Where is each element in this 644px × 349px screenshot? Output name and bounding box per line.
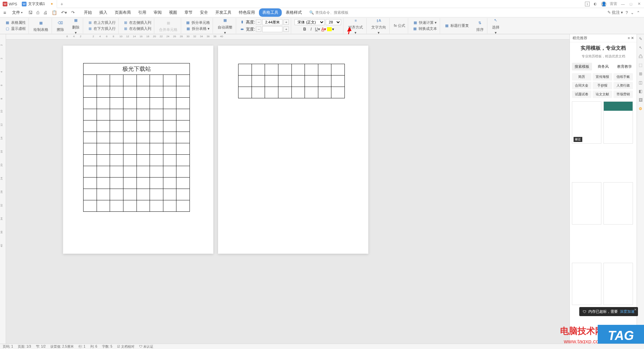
width-input[interactable] xyxy=(262,26,282,32)
min-ribbon-icon[interactable]: ⌄ xyxy=(631,10,634,15)
tab-insert[interactable]: 插入 xyxy=(96,8,111,17)
print-icon[interactable]: 🖨 xyxy=(42,9,49,16)
height-input[interactable] xyxy=(262,19,282,25)
width-label: 宽度: xyxy=(246,27,255,32)
user-avatar[interactable]: 👤 xyxy=(601,1,606,7)
ribbon-tabs: 开始 插入 页面布局 引用 审阅 视图 章节 安全 开发工具 特色应用 表格工具… xyxy=(80,8,305,17)
bold-button[interactable]: B xyxy=(302,26,308,32)
doc-icon: W xyxy=(22,2,26,6)
width-inc[interactable]: + xyxy=(283,27,289,32)
tab-table-tools[interactable]: 表格工具 xyxy=(259,8,282,17)
merge-cells-button[interactable]: ▦合并单元格 xyxy=(158,19,179,32)
print-preview-icon[interactable]: ⎙ xyxy=(35,9,41,16)
insert-col-left[interactable]: ⊞在左侧插入列 xyxy=(122,20,152,26)
split-table-button[interactable]: ▦拆分表格 ▾ xyxy=(185,26,210,32)
sort-button[interactable]: ⇅排序 xyxy=(475,19,485,32)
tab-start[interactable]: 开始 xyxy=(80,8,95,17)
paste-icon[interactable]: 📋 xyxy=(50,9,59,16)
align-button[interactable]: ≡对齐方式▾ xyxy=(347,17,364,35)
document-tab[interactable]: W 文字文稿1 xyxy=(20,0,57,8)
tab-dev[interactable]: 开发工具 xyxy=(212,8,235,17)
italic-button[interactable]: I xyxy=(308,26,314,32)
skin-icon[interactable]: ◐ xyxy=(593,2,598,6)
table-props-button[interactable]: ▦表格属性 xyxy=(4,20,26,26)
underline-button[interactable]: U▾ xyxy=(314,26,320,32)
undo-icon[interactable]: ↶▾ xyxy=(59,9,69,16)
text-dir-button[interactable]: ⫿A文字方向▾ xyxy=(370,17,387,35)
svg-text:W: W xyxy=(4,2,7,6)
expand-icon[interactable]: ⌃ xyxy=(637,10,640,15)
erase-button[interactable]: ⌫擦除 xyxy=(55,19,65,32)
select-button[interactable]: ↖选择▾ xyxy=(491,17,501,35)
tab-special[interactable]: 特色应用 xyxy=(235,8,258,17)
search-icon: 🔍 xyxy=(309,10,314,15)
tab-review[interactable]: 审阅 xyxy=(150,8,165,17)
to-text-button[interactable]: ▦转换成文本 xyxy=(412,26,438,32)
command-search[interactable]: 🔍 查找命令、搜索模板 xyxy=(309,10,348,15)
file-menu[interactable]: 文件 ▾ xyxy=(9,9,26,16)
tab-section[interactable]: 章节 xyxy=(181,8,196,17)
tab-security[interactable]: 安全 xyxy=(197,8,211,17)
redo-icon[interactable]: ↷ xyxy=(69,9,76,16)
row-height-icon: ⬍ xyxy=(239,19,245,25)
show-frame-button[interactable]: ▢显示虚框 xyxy=(4,26,26,32)
insert-row-above[interactable]: ⊞在上方插入行 xyxy=(87,20,116,26)
maximize-button[interactable]: □ xyxy=(629,2,633,6)
new-tab-button[interactable]: + xyxy=(57,1,66,7)
draw-table-button[interactable]: ▦绘制表格 xyxy=(32,19,50,32)
col-width-icon: ⬌ xyxy=(239,27,245,32)
height-label: 高度: xyxy=(246,19,255,25)
highlight-button[interactable] xyxy=(327,27,332,31)
height-inc[interactable]: + xyxy=(283,19,289,25)
formula-button[interactable]: fx 公式 xyxy=(393,23,406,29)
insert-col-right[interactable]: ⊞在右侧插入列 xyxy=(122,26,152,32)
quick-calc-button[interactable]: ▦快速计算 ▾ xyxy=(412,20,437,26)
search-placeholder: 查找命令、搜索模板 xyxy=(315,10,348,15)
app-logo: W WPS xyxy=(0,2,20,6)
help-icon[interactable]: ? xyxy=(626,10,628,15)
autofit-button[interactable]: ▦自动调整▾ xyxy=(216,17,234,35)
menu-bar: ≡ 文件 ▾ 🖫 ⎙ 🖨 📋 ↶▾ ↷ 开始 插入 页面布局 引用 审阅 视图 … xyxy=(0,8,644,17)
modified-dot-icon xyxy=(51,3,53,5)
hamburger-icon[interactable]: ≡ xyxy=(1,9,8,16)
header-repeat-button[interactable]: ▦标题行重复 xyxy=(443,23,470,29)
comments-button[interactable]: ✎ 批注 ▾ xyxy=(607,10,623,15)
split-cell-button[interactable]: ▦拆分单元格 xyxy=(184,20,211,26)
font-select[interactable]: 宋体 (正文) xyxy=(294,19,325,25)
tab-view[interactable]: 视图 xyxy=(166,8,180,17)
ribbon: ▦表格属性 ▢显示虚框 ▦绘制表格 ⌫擦除 ▦删除▾ ⊞在上方插入行 ⊞在下方插… xyxy=(0,17,644,34)
insert-row-below[interactable]: ⊞在下方插入行 xyxy=(87,26,116,32)
tab-reference[interactable]: 引用 xyxy=(135,8,150,17)
save-icon[interactable]: 🖫 xyxy=(26,9,34,16)
titlebar: W WPS W 文字文稿1 + 1 ◐ 👤 雷雷 — □ ✕ xyxy=(0,0,644,8)
username: 雷雷 xyxy=(610,1,617,6)
tab-table-style[interactable]: 表格样式 xyxy=(282,8,305,17)
close-button[interactable]: ✕ xyxy=(637,2,641,6)
doc-title: 文字文稿1 xyxy=(28,1,45,6)
tab-layout[interactable]: 页面布局 xyxy=(111,8,134,17)
height-dec[interactable]: − xyxy=(256,19,261,25)
app-name: WPS xyxy=(9,2,17,6)
fontsize-select[interactable]: 28 xyxy=(326,19,341,25)
minimize-button[interactable]: — xyxy=(621,2,625,6)
fontcolor-button[interactable]: A▾ xyxy=(321,26,327,32)
width-dec[interactable]: − xyxy=(256,27,261,32)
workspace-icon[interactable]: 1 xyxy=(585,2,590,6)
delete-button[interactable]: ▦删除▾ xyxy=(71,17,81,35)
